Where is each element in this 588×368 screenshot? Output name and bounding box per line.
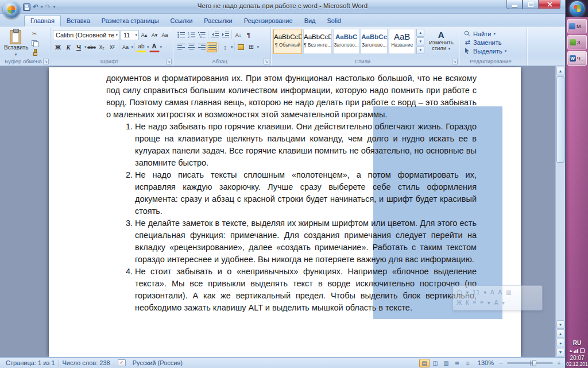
styles-dialog-launcher[interactable]: ↘ — [452, 59, 458, 64]
style-heading2[interactable]: AaBbCc Заголово... — [361, 29, 388, 54]
style-no-spacing[interactable]: AaBbCcDc ¶ Без инте... — [303, 29, 332, 54]
shading-button[interactable] — [236, 42, 246, 52]
scroll-down-button[interactable]: ▼ — [556, 320, 564, 329]
style-title[interactable]: AaB Название — [389, 29, 415, 54]
font-name-combo[interactable]: Calibri (Основной те▾ — [53, 30, 119, 40]
list-item[interactable]: Не надо писать тексты сплошным «полотенц… — [135, 169, 477, 217]
change-styles-button[interactable]: А Изменить стили ▾ — [425, 29, 457, 52]
tab-mailings[interactable]: Рассылки — [198, 16, 238, 26]
paste-button[interactable]: Вставить ▾ — [3, 29, 28, 58]
clear-formatting-button[interactable]: Aa — [160, 30, 170, 40]
numbering-button[interactable]: 12 — [186, 30, 196, 40]
list-item[interactable]: Не стоит забывать и о «непривычных» функ… — [135, 266, 477, 314]
print-layout-view-button[interactable]: ▤ — [419, 359, 430, 367]
action-center-icon[interactable] — [580, 348, 585, 353]
align-center-button[interactable] — [186, 42, 196, 52]
draft-view-button[interactable]: ≡ — [463, 359, 473, 367]
full-screen-view-button[interactable]: ◫ — [430, 359, 440, 367]
select-button[interactable]: Выделить ▾ — [462, 47, 524, 55]
change-case-dropdown-icon[interactable]: ▾ — [131, 45, 134, 49]
tab-review[interactable]: Рецензирование — [238, 16, 299, 26]
format-painter-button[interactable] — [29, 48, 40, 56]
styles-scroll-down-button[interactable]: ▾ — [416, 37, 424, 45]
font-color-dropdown-icon[interactable]: ▾ — [160, 45, 163, 49]
previous-page-button[interactable]: ▲ — [556, 329, 564, 338]
taskbar-button-1[interactable]: М... — [567, 19, 587, 33]
grow-font-button[interactable]: А▴ — [139, 30, 149, 40]
clipboard-dialog-launcher[interactable]: ↘ — [43, 59, 49, 64]
next-page-button[interactable]: ▼ — [556, 348, 564, 356]
zoom-slider-thumb[interactable] — [532, 360, 536, 366]
minimize-button[interactable] — [506, 0, 523, 9]
clock-time[interactable]: 20:07 — [566, 355, 588, 361]
italic-button[interactable]: К — [63, 42, 74, 52]
document-page[interactable]: документов и форматирования их. При этом… — [49, 67, 521, 357]
align-right-button[interactable] — [196, 42, 207, 52]
show-hidden-icons[interactable]: ▴ — [570, 348, 572, 353]
tab-references[interactable]: Ссылки — [165, 16, 199, 26]
line-spacing-button[interactable]: ↕ — [220, 42, 230, 52]
zoom-slider[interactable] — [507, 362, 553, 364]
bold-button[interactable]: Ж — [53, 42, 63, 52]
zoom-out-button[interactable]: − — [497, 359, 505, 367]
line-spacing-dropdown-icon[interactable]: ▾ — [231, 45, 233, 49]
scroll-up-button[interactable]: ▲ — [556, 67, 564, 75]
maximize-button[interactable] — [523, 0, 539, 9]
vertical-scrollbar[interactable]: ▲ ▼ ▲ ● ▼ — [555, 66, 565, 357]
find-button[interactable]: Найти ▾ — [462, 29, 524, 38]
language-indicator[interactable]: Русский (Россия) — [129, 359, 186, 366]
paragraph-intro[interactable]: документов и форматирования их. При этом… — [106, 72, 477, 121]
language-switcher[interactable]: RU — [566, 340, 588, 346]
web-layout-view-button[interactable]: ▥ — [441, 359, 451, 367]
tab-view[interactable]: Вид — [299, 16, 322, 26]
superscript-button[interactable]: x² — [107, 42, 118, 52]
sort-button[interactable]: А↓ — [233, 30, 243, 40]
list-item[interactable]: Не надо забывать про горячие клавиши. Он… — [135, 121, 477, 169]
cut-button[interactable]: ✂ — [29, 29, 40, 38]
start-button[interactable] — [570, 1, 585, 16]
tab-insert[interactable]: Вставка — [61, 16, 96, 26]
strikethrough-button[interactable]: abc — [87, 42, 97, 52]
justify-button[interactable] — [207, 42, 217, 52]
underline-dropdown-icon[interactable]: ▾ — [84, 45, 87, 49]
tab-page-layout[interactable]: Разметка страницы — [96, 16, 165, 26]
decrease-indent-button[interactable] — [210, 30, 220, 40]
mini-format-toolbar[interactable]: ▢ ▾ 11 ▾ А А ▨ Ж К ≡ ≡ ▾ А ▾ — [452, 285, 543, 310]
borders-button[interactable]: ⊞ — [246, 42, 257, 52]
copy-button[interactable] — [29, 39, 40, 47]
outline-view-button[interactable]: ≣ — [452, 359, 462, 367]
subscript-button[interactable]: x₂ — [97, 42, 107, 52]
increase-indent-button[interactable] — [220, 30, 230, 40]
network-icon[interactable] — [574, 349, 578, 353]
font-dialog-launcher[interactable]: ↘ — [166, 59, 172, 64]
list-item[interactable]: Не делайте заметок в тексте, выделяя их … — [135, 217, 477, 266]
spell-check-icon[interactable]: ✓ — [118, 359, 126, 366]
replace-button[interactable]: ⇄ Заменить — [462, 38, 524, 47]
zoom-in-button[interactable]: + — [555, 359, 563, 367]
scrollbar-thumb[interactable] — [556, 76, 564, 163]
change-case-button[interactable]: Aa — [121, 42, 131, 52]
font-color-button[interactable]: А — [149, 42, 160, 52]
underline-button[interactable]: Ч — [74, 42, 84, 52]
style-normal[interactable]: AaBbCcDc ¶ Обычный — [273, 29, 302, 54]
close-button[interactable] — [539, 0, 560, 9]
font-size-combo[interactable]: 11▾ — [121, 30, 139, 40]
align-left-button[interactable] — [176, 42, 186, 52]
taskbar-button-2[interactable]: З... — [567, 35, 587, 49]
taskbar-button-word[interactable]: W Ч... — [567, 51, 587, 66]
page-indicator[interactable]: Страница: 1 из 1 — [2, 359, 59, 366]
shrink-font-button[interactable]: А▾ — [149, 30, 160, 40]
styles-gallery-more-button[interactable]: ▾ — [416, 46, 424, 54]
zoom-level[interactable]: 130% — [477, 359, 495, 366]
styles-scroll-up-button[interactable]: ▴ — [416, 29, 424, 37]
multilevel-list-button[interactable] — [196, 30, 207, 40]
text-highlight-button[interactable]: ab — [136, 42, 146, 52]
tab-home[interactable]: Главная — [24, 15, 61, 26]
word-count[interactable]: Число слов: 238 — [59, 359, 114, 366]
borders-dropdown-icon[interactable]: ▾ — [257, 45, 260, 49]
paragraph-dialog-launcher[interactable]: ↘ — [264, 59, 269, 64]
clock-date[interactable]: 02.12.2013 — [566, 361, 588, 367]
tab-solid[interactable]: Solid — [322, 16, 347, 26]
office-button[interactable] — [3, 1, 20, 18]
style-heading1[interactable]: AaBbC Заголово... — [333, 29, 359, 54]
